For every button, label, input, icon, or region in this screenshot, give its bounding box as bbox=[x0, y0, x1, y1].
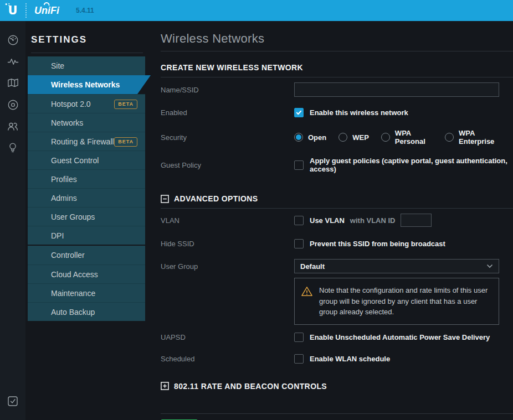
top-bar: •:U UniFi 5.4.11 bbox=[0, 0, 513, 21]
sidebar-item-maintenance[interactable]: Maintenance bbox=[28, 283, 145, 302]
vlan-id-label: with VLAN ID bbox=[350, 216, 396, 225]
name-ssid-input[interactable] bbox=[294, 82, 499, 97]
divider bbox=[161, 51, 513, 51]
hide-ssid-label: Hide SSID bbox=[161, 240, 294, 248]
sidebar-item-wireless-networks[interactable]: Wireless Networks bbox=[28, 75, 151, 94]
guest-policy-checkbox[interactable] bbox=[294, 160, 304, 170]
devices-icon[interactable] bbox=[6, 98, 19, 111]
scheduled-checkbox-label: Enable WLAN schedule bbox=[310, 355, 390, 363]
guest-policy-row: Guest Policy Apply guest policies (capti… bbox=[161, 157, 513, 173]
dashboard-icon[interactable] bbox=[6, 33, 19, 46]
sidebar-item-dpi[interactable]: DPI bbox=[28, 226, 145, 245]
beta-badge: BETA bbox=[114, 100, 137, 109]
sidebar-item-guest-control[interactable]: Guest Control bbox=[28, 151, 145, 169]
advanced-options-header[interactable]: ADVANCED OPTIONS bbox=[161, 194, 513, 203]
radio-open[interactable] bbox=[294, 133, 303, 142]
settings-sidebar: SETTINGS Site Wireless Networks Hotspot … bbox=[25, 21, 155, 420]
sidebar-item-user-groups[interactable]: User Groups bbox=[28, 207, 145, 226]
ubiquiti-logo[interactable]: •:U bbox=[0, 0, 25, 21]
scheduled-row: Scheduled Enable WLAN schedule bbox=[161, 354, 513, 364]
clients-icon[interactable] bbox=[6, 120, 19, 133]
expand-plus-icon[interactable] bbox=[161, 382, 169, 390]
collapse-minus-icon[interactable] bbox=[161, 195, 169, 203]
beta-badge: BETA bbox=[114, 137, 137, 147]
user-group-value: Default bbox=[300, 262, 486, 271]
settings-menu: Site Wireless Networks Hotspot 2.0BETA N… bbox=[28, 56, 145, 321]
enabled-checkbox-label: Enable this wireless network bbox=[310, 108, 408, 117]
uapsd-label: UAPSD bbox=[161, 333, 294, 341]
security-option-wpa-personal[interactable]: WPA Personal bbox=[381, 129, 433, 146]
user-group-label: User Group bbox=[161, 262, 294, 271]
security-option-wep[interactable]: WEP bbox=[338, 133, 369, 142]
icon-rail bbox=[0, 21, 25, 420]
uapsd-checkbox[interactable] bbox=[294, 333, 304, 342]
logo-spark-icon: •: bbox=[4, 2, 10, 7]
wifi-arc-icon bbox=[44, 2, 50, 6]
security-label: Security bbox=[161, 133, 294, 142]
events-icon[interactable] bbox=[6, 395, 19, 408]
divider bbox=[161, 208, 513, 209]
user-group-select[interactable]: Default bbox=[294, 259, 499, 273]
radio-wpa-enterprise[interactable] bbox=[445, 133, 454, 142]
security-option-open[interactable]: Open bbox=[294, 133, 326, 142]
sidebar-item-networks[interactable]: Networks bbox=[28, 113, 145, 132]
vlan-label: VLAN bbox=[161, 216, 294, 225]
scheduled-label: Scheduled bbox=[161, 355, 294, 363]
name-ssid-label: Name/SSID bbox=[161, 86, 294, 94]
user-group-warning-row: Note that the configuration and rate lim… bbox=[161, 273, 513, 325]
user-group-warning: Note that the configuration and rate lim… bbox=[294, 278, 499, 325]
hide-ssid-checkbox[interactable] bbox=[294, 239, 304, 248]
hide-ssid-checkbox-label: Prevent this SSID from being broadcast bbox=[310, 240, 445, 248]
enabled-row: Enabled Enable this wireless network bbox=[161, 108, 513, 117]
rate-beacon-header[interactable]: 802.11 RATE AND BEACON CONTROLS bbox=[161, 382, 513, 391]
settings-divider bbox=[31, 53, 143, 53]
version-label: 5.4.11 bbox=[76, 7, 94, 14]
sidebar-item-auto-backup[interactable]: Auto Backup bbox=[28, 302, 145, 321]
sidebar-item-cloud-access[interactable]: Cloud Access bbox=[28, 265, 145, 283]
enabled-label: Enabled bbox=[161, 108, 294, 117]
sidebar-item-admins[interactable]: Admins bbox=[28, 188, 145, 207]
name-ssid-row: Name/SSID bbox=[161, 82, 513, 97]
main-content: Wireless Networks CREATE NEW WIRELESS NE… bbox=[155, 21, 513, 420]
guest-policy-checkbox-label: Apply guest policies (captive portal, gu… bbox=[310, 157, 513, 173]
radio-wpa-personal[interactable] bbox=[381, 133, 390, 142]
sidebar-item-routing-firewall[interactable]: Routing & FirewallBETA bbox=[28, 132, 145, 151]
uapsd-row: UAPSD Enable Unscheduled Automatic Power… bbox=[161, 333, 513, 342]
chevron-down-icon bbox=[486, 264, 493, 268]
uapsd-checkbox-label: Enable Unscheduled Automatic Power Save … bbox=[310, 333, 490, 341]
scheduled-checkbox[interactable] bbox=[294, 354, 304, 364]
vlan-checkbox-label: Use VLAN bbox=[310, 216, 345, 225]
warning-icon bbox=[301, 286, 312, 297]
topbar-divider bbox=[25, 3, 27, 18]
insights-icon[interactable] bbox=[6, 141, 19, 154]
security-row: Security Open WEP WPA Personal WPA Enter… bbox=[161, 129, 513, 146]
divider bbox=[161, 77, 513, 77]
sidebar-item-profiles[interactable]: Profiles bbox=[28, 169, 145, 188]
warning-text: Note that the configuration and rate lim… bbox=[319, 285, 491, 318]
divider bbox=[161, 413, 513, 414]
vlan-checkbox[interactable] bbox=[294, 216, 304, 225]
vlan-id-input[interactable] bbox=[401, 214, 432, 227]
enabled-checkbox[interactable] bbox=[294, 108, 304, 117]
statistics-icon[interactable] bbox=[6, 55, 19, 68]
guest-policy-label: Guest Policy bbox=[161, 161, 294, 169]
create-section-header: CREATE NEW WIRELESS NETWORK bbox=[161, 63, 513, 72]
settings-title: SETTINGS bbox=[31, 34, 155, 45]
security-option-wpa-enterprise[interactable]: WPA Enterprise bbox=[445, 129, 501, 146]
page-title: Wireless Networks bbox=[161, 32, 513, 46]
sidebar-item-controller[interactable]: Controller bbox=[28, 246, 145, 265]
radio-wep[interactable] bbox=[338, 133, 347, 142]
vlan-row: VLAN Use VLAN with VLAN ID bbox=[161, 214, 513, 227]
user-group-row: User Group Default bbox=[161, 259, 513, 273]
unifi-logo: UniFi bbox=[34, 5, 61, 17]
sidebar-item-hotspot[interactable]: Hotspot 2.0BETA bbox=[28, 94, 145, 113]
map-icon[interactable] bbox=[6, 76, 19, 90]
sidebar-item-site[interactable]: Site bbox=[28, 56, 145, 75]
hide-ssid-row: Hide SSID Prevent this SSID from being b… bbox=[161, 239, 513, 248]
